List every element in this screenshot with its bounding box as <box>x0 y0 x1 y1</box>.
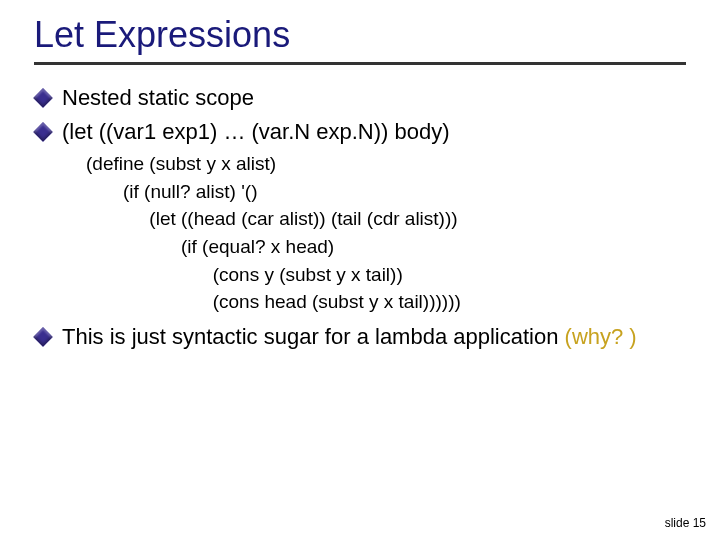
bullet-text: This is just syntactic sugar for a lambd… <box>62 324 565 349</box>
bullet-text: (let ((var1 exp1) … (var.N exp.N)) body) <box>62 119 450 144</box>
bullet-text: Nested static scope <box>62 85 254 110</box>
slide: Let Expressions Nested static scope (let… <box>0 0 720 540</box>
code-line: (let ((head (car alist)) (tail (cdr alis… <box>86 208 458 229</box>
diamond-icon <box>33 88 53 108</box>
page-title: Let Expressions <box>34 14 686 56</box>
code-line: (if (null? alist) '() <box>86 181 257 202</box>
code-line: (if (equal? x head) <box>86 236 334 257</box>
title-divider <box>34 62 686 65</box>
why-highlight: (why? ) <box>565 324 637 349</box>
diamond-icon <box>33 327 53 347</box>
bullet-let-syntax: (let ((var1 exp1) … (var.N exp.N)) body) <box>34 117 686 147</box>
code-line: (cons y (subst y x tail)) <box>86 264 403 285</box>
bullet-list: This is just syntactic sugar for a lambd… <box>34 322 686 352</box>
code-block: (define (subst y x alist) (if (null? ali… <box>86 150 686 315</box>
bullet-nested-scope: Nested static scope <box>34 83 686 113</box>
bullet-list: Nested static scope (let ((var1 exp1) … … <box>34 83 686 146</box>
diamond-icon <box>33 122 53 142</box>
bullet-syntactic-sugar: This is just syntactic sugar for a lambd… <box>34 322 686 352</box>
code-line: (cons head (subst y x tail)))))) <box>86 291 461 312</box>
slide-number: slide 15 <box>665 516 706 530</box>
code-line: (define (subst y x alist) <box>86 153 276 174</box>
